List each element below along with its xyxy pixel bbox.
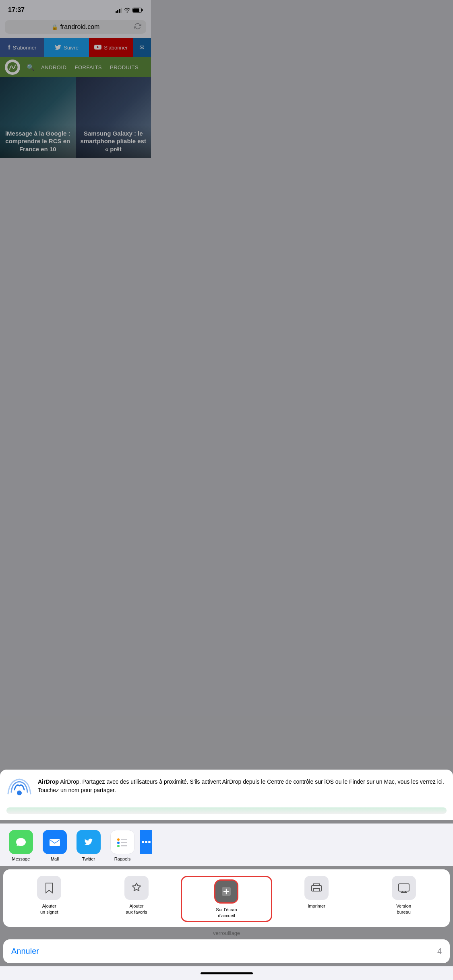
share-sheet-overlay: AirDropAirDrop. Partagez avec des utilis… [0,0,151,327]
